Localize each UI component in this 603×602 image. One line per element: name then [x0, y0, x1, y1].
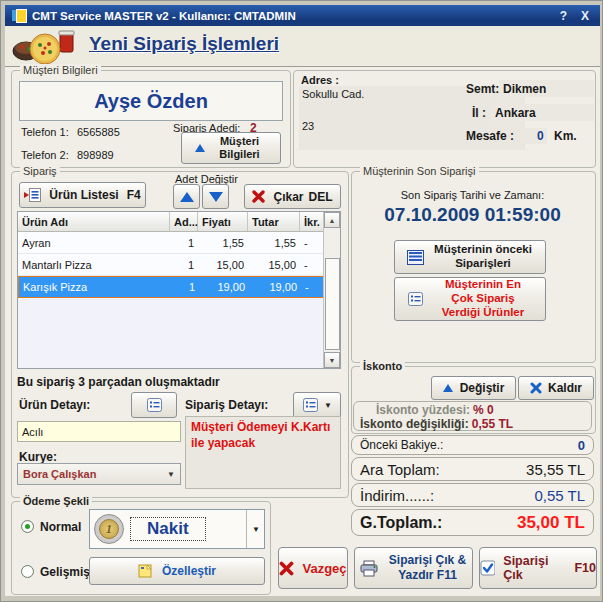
col-product-name[interactable]: Ürün Adı	[18, 212, 170, 231]
cell-qty: 1	[171, 277, 199, 297]
document-lines-icon	[407, 250, 424, 265]
table-scrollbar[interactable]: ▲ ▼	[323, 212, 340, 368]
normal-radio-label: Normal	[40, 520, 81, 534]
print-order-label: Siparişi Çık & Yazdır F11	[387, 553, 469, 583]
chevron-down-icon: ▼	[167, 470, 175, 479]
phone2-value: 898989	[77, 149, 114, 161]
cell-qty: 1	[170, 254, 198, 275]
product-list-button-label: Ürün Listesi	[49, 188, 118, 202]
payment-method-dropdown[interactable]: 1 Nakit ▼	[89, 509, 265, 549]
grand-total-value: 35,00 TL	[517, 513, 585, 533]
scroll-down-button[interactable]: ▼	[324, 352, 340, 368]
app-window: CMT Service MASTER v2 - Kullanıcı: CMTAD…	[0, 0, 603, 602]
address-label: Adres :	[301, 74, 339, 86]
product-detail-input[interactable]: Acılı	[17, 421, 181, 442]
col-ikr[interactable]: İkr.	[300, 212, 325, 231]
cell-qty: 1	[170, 232, 198, 253]
cell-product-name: Ayran	[18, 232, 170, 253]
discount-change-label: Değiştir	[460, 381, 505, 395]
courier-dropdown[interactable]: Bora Çalışkan ▼	[17, 463, 181, 485]
discount-amount-label: İskonto değişikliği:	[360, 417, 469, 431]
cancel-button[interactable]: Vazgeç	[278, 547, 348, 589]
table-row[interactable]: Ayran 1 1,55 1,55 -	[18, 232, 340, 254]
scrollbar-thumb[interactable]	[325, 258, 340, 350]
qty-down-button[interactable]	[202, 184, 229, 209]
remove-item-label: Çıkar	[273, 190, 303, 204]
list-icon	[24, 188, 41, 202]
district-label: Semt:	[466, 82, 499, 96]
order-detail-note-button[interactable]: ▼	[293, 392, 341, 418]
top-products-label: Müşterinin En Çok Sipariş Verdiği Ürünle…	[433, 278, 533, 319]
order-table-rows: Ayran 1 1,55 1,55 - Mantarlı Pizza 1 15,…	[18, 232, 340, 298]
normal-radio[interactable]	[21, 520, 34, 533]
cell-price: 15,00	[198, 254, 248, 275]
remove-item-key: DEL	[309, 190, 333, 204]
product-detail-note-button[interactable]	[131, 392, 177, 418]
phone1-label: Telefon 1:	[21, 126, 69, 138]
chevron-down-icon[interactable]: ▼	[246, 510, 260, 548]
city-value: Ankara	[495, 106, 536, 120]
discount-change-button[interactable]: Değiştir	[431, 376, 516, 400]
discount-remove-button[interactable]: Kaldır	[518, 376, 594, 400]
window-title: CMT Service MASTER v2 - Kullanıcı: CMTAD…	[32, 10, 296, 22]
cell-ikr: -	[300, 254, 325, 275]
cell-total: 15,00	[248, 254, 300, 275]
customize-button-label: Özelleştir	[162, 564, 216, 578]
subtotal-row: Ara Toplam: 35,55 TL	[351, 457, 594, 481]
order-detail-panel: Müşteri Ödemeyi K.Kartı ile yapacak	[185, 416, 341, 489]
discount-percent-label: İskonto yüzdesi:	[376, 403, 470, 417]
discount-amount-value: 0,55 TL	[472, 417, 513, 431]
top-products-button[interactable]: Müşterinin En Çok Sipariş Verdiği Ürünle…	[394, 277, 546, 321]
discount-group-label: İskonto	[360, 360, 405, 372]
close-button[interactable]: X	[577, 9, 593, 23]
coin-icon: 1	[94, 514, 124, 544]
page-title: Yeni Sipariş İşlemleri	[89, 33, 279, 55]
district-value: Dikmen	[503, 82, 546, 96]
help-button[interactable]: ?	[556, 9, 571, 23]
order-detail-value: Müşteri Ödemeyi K.Kartı ile yapacak	[191, 420, 330, 450]
previous-balance-label: Önceki Bakiye.:	[360, 438, 443, 452]
last-order-date-value: 07.10.2009 01:59:00	[351, 204, 594, 226]
address-street: Sokullu Cad.	[302, 88, 364, 100]
cell-price: 1,55	[198, 232, 248, 253]
advanced-radio[interactable]	[21, 565, 34, 578]
col-qty[interactable]: Ad...	[170, 212, 198, 231]
up-triangle-icon	[195, 144, 205, 152]
table-row[interactable]: Mantarlı Pizza 1 15,00 15,00 -	[18, 254, 340, 276]
courier-value: Bora Çalışkan	[23, 468, 96, 480]
phone2-label: Telefon 2:	[21, 149, 69, 161]
col-total[interactable]: Tutar	[248, 212, 300, 231]
order-table-header: Ürün Adı Ad... Fiyatı Tutar İkr.	[18, 212, 340, 232]
discount-percent-value: % 0	[473, 403, 494, 417]
customer-details-button[interactable]: Müşteri Bilgileri	[181, 132, 281, 164]
remove-item-button[interactable]: Çıkar DEL	[244, 184, 341, 209]
courier-label: Kurye:	[19, 450, 57, 464]
order-summary-note: Bu sipariş 3 parçadan oluşmaktadır	[17, 375, 220, 389]
table-row[interactable]: Karışık Pizza 1 19,00 19,00 -	[18, 276, 340, 298]
chevron-down-icon: ▼	[324, 401, 332, 410]
previous-orders-button[interactable]: Müşterinin önceki Siparişleri	[394, 240, 546, 274]
submit-order-key: F10	[574, 561, 596, 575]
col-price[interactable]: Fiyatı	[198, 212, 248, 231]
distance-value: 0	[537, 129, 544, 143]
customize-button[interactable]: Özelleştir	[89, 557, 265, 585]
cell-total: 19,00	[249, 277, 301, 297]
previous-balance-row: Önceki Bakiye.: 0	[351, 435, 594, 455]
product-list-button[interactable]: Ürün Listesi F4	[19, 182, 146, 208]
clipboard-icon	[407, 291, 424, 307]
cell-ikr: -	[300, 232, 325, 253]
app-icon	[12, 9, 26, 22]
down-arrow-icon	[209, 192, 223, 202]
submit-order-button[interactable]: Siparişi Çık F10	[479, 547, 597, 589]
notepad-icon	[146, 397, 163, 413]
submit-order-label: Siparişi Çık	[503, 554, 568, 582]
order-detail-label: Sipariş Detayı:	[185, 398, 268, 412]
previous-orders-label: Müşterinin önceki Siparişleri	[433, 243, 533, 271]
print-order-button[interactable]: Siparişi Çık & Yazdır F11	[354, 547, 473, 589]
qty-up-button[interactable]	[173, 184, 200, 209]
grand-total-label: G.Toplam.:	[360, 514, 442, 532]
up-arrow-icon	[180, 192, 194, 202]
scroll-up-button[interactable]: ▲	[324, 212, 340, 228]
distance-unit: Km.	[554, 129, 577, 143]
address-number: 23	[302, 120, 314, 132]
